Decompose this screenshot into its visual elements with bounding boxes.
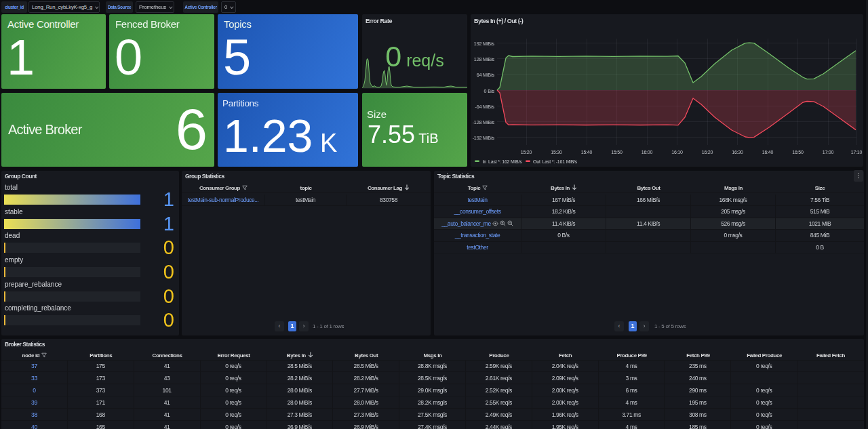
svg-text:16:50: 16:50 xyxy=(792,150,804,155)
svg-text:16:00: 16:00 xyxy=(642,150,653,155)
svg-text:0 B/s: 0 B/s xyxy=(484,88,495,94)
svg-text:17:10: 17:10 xyxy=(851,150,863,155)
svg-text:Last *: -161 MiB/s: Last *: -161 MiB/s xyxy=(542,159,578,164)
svg-text:128 MiB/s: 128 MiB/s xyxy=(474,56,495,62)
svg-text:16:20: 16:20 xyxy=(702,150,713,155)
svg-text:15:30: 15:30 xyxy=(551,150,562,155)
svg-text:16:40: 16:40 xyxy=(762,150,774,155)
svg-text:16:30: 16:30 xyxy=(732,150,743,155)
svg-text:64 MiB/s: 64 MiB/s xyxy=(477,72,495,78)
svg-text:In: In xyxy=(483,159,487,164)
svg-text:-128 MiB/s: -128 MiB/s xyxy=(473,119,495,125)
svg-text:Out: Out xyxy=(533,159,540,164)
svg-text:-64 MiB/s: -64 MiB/s xyxy=(475,104,494,110)
svg-text:15:40: 15:40 xyxy=(581,150,593,155)
svg-text:192 MiB/s: 192 MiB/s xyxy=(474,41,495,47)
svg-text:15:50: 15:50 xyxy=(611,150,623,155)
svg-text:Last *: 162 MiB/s: Last *: 162 MiB/s xyxy=(488,159,522,164)
svg-text:15:20: 15:20 xyxy=(521,150,532,155)
svg-text:-192 MiB/s: -192 MiB/s xyxy=(473,135,495,141)
svg-text:16:10: 16:10 xyxy=(671,150,683,155)
svg-text:17:00: 17:00 xyxy=(823,150,834,155)
